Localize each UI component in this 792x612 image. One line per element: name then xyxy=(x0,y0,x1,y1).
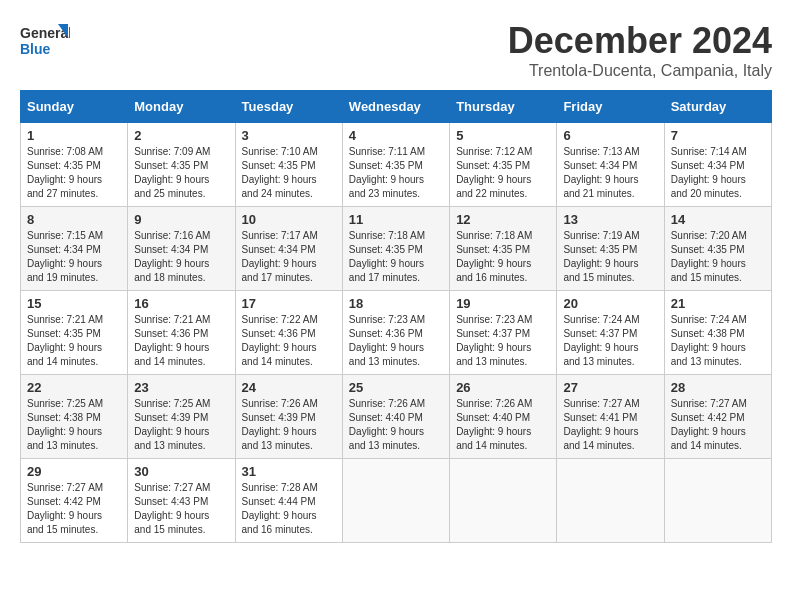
calendar-header-row: Sunday Monday Tuesday Wednesday Thursday… xyxy=(21,91,772,123)
day-number: 10 xyxy=(242,212,336,227)
header-saturday: Saturday xyxy=(664,91,771,123)
table-row: 23 Sunrise: 7:25 AM Sunset: 4:39 PM Dayl… xyxy=(128,375,235,459)
table-row: 30 Sunrise: 7:27 AM Sunset: 4:43 PM Dayl… xyxy=(128,459,235,543)
table-row xyxy=(557,459,664,543)
day-info: Sunrise: 7:23 AM Sunset: 4:36 PM Dayligh… xyxy=(349,313,443,369)
day-number: 8 xyxy=(27,212,121,227)
table-row: 1 Sunrise: 7:08 AM Sunset: 4:35 PM Dayli… xyxy=(21,123,128,207)
table-row: 21 Sunrise: 7:24 AM Sunset: 4:38 PM Dayl… xyxy=(664,291,771,375)
logo: GeneralBlue xyxy=(20,20,70,64)
day-number: 29 xyxy=(27,464,121,479)
table-row: 4 Sunrise: 7:11 AM Sunset: 4:35 PM Dayli… xyxy=(342,123,449,207)
day-info: Sunrise: 7:14 AM Sunset: 4:34 PM Dayligh… xyxy=(671,145,765,201)
table-row: 31 Sunrise: 7:28 AM Sunset: 4:44 PM Dayl… xyxy=(235,459,342,543)
day-info: Sunrise: 7:08 AM Sunset: 4:35 PM Dayligh… xyxy=(27,145,121,201)
table-row: 9 Sunrise: 7:16 AM Sunset: 4:34 PM Dayli… xyxy=(128,207,235,291)
day-info: Sunrise: 7:17 AM Sunset: 4:34 PM Dayligh… xyxy=(242,229,336,285)
table-row: 12 Sunrise: 7:18 AM Sunset: 4:35 PM Dayl… xyxy=(450,207,557,291)
day-info: Sunrise: 7:23 AM Sunset: 4:37 PM Dayligh… xyxy=(456,313,550,369)
table-row: 27 Sunrise: 7:27 AM Sunset: 4:41 PM Dayl… xyxy=(557,375,664,459)
table-row: 26 Sunrise: 7:26 AM Sunset: 4:40 PM Dayl… xyxy=(450,375,557,459)
day-number: 1 xyxy=(27,128,121,143)
day-number: 22 xyxy=(27,380,121,395)
day-number: 2 xyxy=(134,128,228,143)
day-number: 21 xyxy=(671,296,765,311)
table-row: 17 Sunrise: 7:22 AM Sunset: 4:36 PM Dayl… xyxy=(235,291,342,375)
day-number: 24 xyxy=(242,380,336,395)
day-number: 27 xyxy=(563,380,657,395)
day-number: 5 xyxy=(456,128,550,143)
header-monday: Monday xyxy=(128,91,235,123)
day-info: Sunrise: 7:12 AM Sunset: 4:35 PM Dayligh… xyxy=(456,145,550,201)
table-row: 24 Sunrise: 7:26 AM Sunset: 4:39 PM Dayl… xyxy=(235,375,342,459)
day-number: 30 xyxy=(134,464,228,479)
table-row: 7 Sunrise: 7:14 AM Sunset: 4:34 PM Dayli… xyxy=(664,123,771,207)
logo-icon: GeneralBlue xyxy=(20,20,70,64)
table-row: 15 Sunrise: 7:21 AM Sunset: 4:35 PM Dayl… xyxy=(21,291,128,375)
table-row: 20 Sunrise: 7:24 AM Sunset: 4:37 PM Dayl… xyxy=(557,291,664,375)
svg-text:Blue: Blue xyxy=(20,41,51,57)
day-number: 31 xyxy=(242,464,336,479)
day-info: Sunrise: 7:13 AM Sunset: 4:34 PM Dayligh… xyxy=(563,145,657,201)
table-row: 16 Sunrise: 7:21 AM Sunset: 4:36 PM Dayl… xyxy=(128,291,235,375)
day-info: Sunrise: 7:27 AM Sunset: 4:42 PM Dayligh… xyxy=(671,397,765,453)
header-thursday: Thursday xyxy=(450,91,557,123)
day-info: Sunrise: 7:25 AM Sunset: 4:39 PM Dayligh… xyxy=(134,397,228,453)
table-row: 8 Sunrise: 7:15 AM Sunset: 4:34 PM Dayli… xyxy=(21,207,128,291)
day-number: 15 xyxy=(27,296,121,311)
day-info: Sunrise: 7:27 AM Sunset: 4:42 PM Dayligh… xyxy=(27,481,121,537)
day-info: Sunrise: 7:21 AM Sunset: 4:35 PM Dayligh… xyxy=(27,313,121,369)
table-row: 28 Sunrise: 7:27 AM Sunset: 4:42 PM Dayl… xyxy=(664,375,771,459)
day-info: Sunrise: 7:26 AM Sunset: 4:39 PM Dayligh… xyxy=(242,397,336,453)
day-number: 11 xyxy=(349,212,443,227)
day-number: 18 xyxy=(349,296,443,311)
day-number: 9 xyxy=(134,212,228,227)
header-friday: Friday xyxy=(557,91,664,123)
day-info: Sunrise: 7:11 AM Sunset: 4:35 PM Dayligh… xyxy=(349,145,443,201)
table-row: 11 Sunrise: 7:18 AM Sunset: 4:35 PM Dayl… xyxy=(342,207,449,291)
day-info: Sunrise: 7:25 AM Sunset: 4:38 PM Dayligh… xyxy=(27,397,121,453)
header-tuesday: Tuesday xyxy=(235,91,342,123)
day-number: 4 xyxy=(349,128,443,143)
month-title: December 2024 xyxy=(508,20,772,62)
day-info: Sunrise: 7:10 AM Sunset: 4:35 PM Dayligh… xyxy=(242,145,336,201)
day-info: Sunrise: 7:26 AM Sunset: 4:40 PM Dayligh… xyxy=(349,397,443,453)
day-number: 20 xyxy=(563,296,657,311)
day-number: 12 xyxy=(456,212,550,227)
table-row: 18 Sunrise: 7:23 AM Sunset: 4:36 PM Dayl… xyxy=(342,291,449,375)
header: GeneralBlue December 2024 Trentola-Ducen… xyxy=(20,20,772,80)
table-row: 3 Sunrise: 7:10 AM Sunset: 4:35 PM Dayli… xyxy=(235,123,342,207)
table-row: 6 Sunrise: 7:13 AM Sunset: 4:34 PM Dayli… xyxy=(557,123,664,207)
day-number: 16 xyxy=(134,296,228,311)
day-number: 25 xyxy=(349,380,443,395)
day-number: 28 xyxy=(671,380,765,395)
table-row: 5 Sunrise: 7:12 AM Sunset: 4:35 PM Dayli… xyxy=(450,123,557,207)
day-info: Sunrise: 7:16 AM Sunset: 4:34 PM Dayligh… xyxy=(134,229,228,285)
day-info: Sunrise: 7:22 AM Sunset: 4:36 PM Dayligh… xyxy=(242,313,336,369)
day-number: 7 xyxy=(671,128,765,143)
day-info: Sunrise: 7:20 AM Sunset: 4:35 PM Dayligh… xyxy=(671,229,765,285)
day-number: 23 xyxy=(134,380,228,395)
day-number: 17 xyxy=(242,296,336,311)
table-row: 19 Sunrise: 7:23 AM Sunset: 4:37 PM Dayl… xyxy=(450,291,557,375)
table-row xyxy=(664,459,771,543)
table-row: 22 Sunrise: 7:25 AM Sunset: 4:38 PM Dayl… xyxy=(21,375,128,459)
table-row xyxy=(450,459,557,543)
day-number: 13 xyxy=(563,212,657,227)
table-row: 2 Sunrise: 7:09 AM Sunset: 4:35 PM Dayli… xyxy=(128,123,235,207)
day-info: Sunrise: 7:18 AM Sunset: 4:35 PM Dayligh… xyxy=(456,229,550,285)
day-info: Sunrise: 7:28 AM Sunset: 4:44 PM Dayligh… xyxy=(242,481,336,537)
day-info: Sunrise: 7:24 AM Sunset: 4:38 PM Dayligh… xyxy=(671,313,765,369)
header-sunday: Sunday xyxy=(21,91,128,123)
day-info: Sunrise: 7:19 AM Sunset: 4:35 PM Dayligh… xyxy=(563,229,657,285)
location-title: Trentola-Ducenta, Campania, Italy xyxy=(508,62,772,80)
day-number: 26 xyxy=(456,380,550,395)
day-number: 19 xyxy=(456,296,550,311)
day-number: 6 xyxy=(563,128,657,143)
title-area: December 2024 Trentola-Ducenta, Campania… xyxy=(508,20,772,80)
table-row xyxy=(342,459,449,543)
day-number: 14 xyxy=(671,212,765,227)
day-info: Sunrise: 7:21 AM Sunset: 4:36 PM Dayligh… xyxy=(134,313,228,369)
table-row: 13 Sunrise: 7:19 AM Sunset: 4:35 PM Dayl… xyxy=(557,207,664,291)
table-row: 29 Sunrise: 7:27 AM Sunset: 4:42 PM Dayl… xyxy=(21,459,128,543)
